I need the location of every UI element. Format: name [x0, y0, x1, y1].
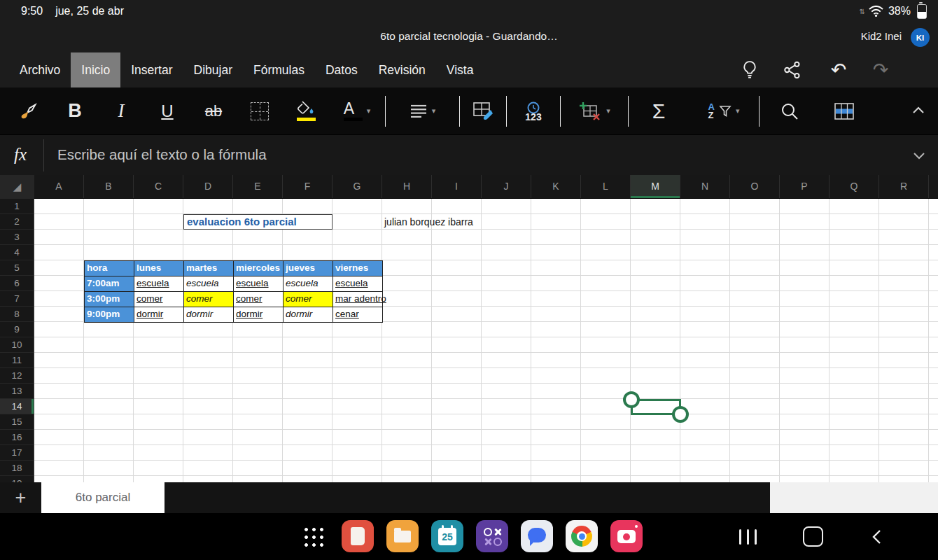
table-cell[interactable]: dormir	[184, 307, 234, 323]
column-header-P[interactable]: P	[780, 175, 830, 198]
camera-app-icon[interactable]	[610, 520, 643, 552]
search-icon[interactable]	[760, 88, 820, 134]
table-header-martes[interactable]: martes	[184, 261, 234, 276]
table-cell[interactable]: cenar	[333, 307, 383, 323]
table-cell[interactable]: escuela	[333, 276, 383, 292]
row-header-19[interactable]: 19	[0, 476, 34, 482]
recents-button[interactable]	[739, 529, 757, 545]
table-header-miercoles[interactable]: miercoles	[234, 261, 284, 276]
row-header-1[interactable]: 1	[0, 199, 34, 214]
table-cell[interactable]: dormir	[134, 307, 184, 323]
table-cell[interactable]: 7:00am	[85, 276, 134, 292]
table-cell[interactable]: comer	[134, 292, 184, 307]
cells-area[interactable]: evaluacion 6to parcial julian borquez ib…	[34, 199, 938, 482]
tab-revision[interactable]: Revisión	[368, 52, 436, 88]
fill-color-button[interactable]	[283, 88, 329, 134]
column-header-I[interactable]: I	[432, 175, 482, 198]
row-header-13[interactable]: 13	[0, 384, 34, 399]
table-cell[interactable]: mar adentro	[333, 292, 383, 307]
autosum-button[interactable]: Σ	[629, 88, 689, 134]
table-header-lunes[interactable]: lunes	[134, 261, 184, 276]
tab-datos[interactable]: Datos	[315, 52, 368, 88]
home-button[interactable]	[803, 526, 823, 547]
column-header-A[interactable]: A	[34, 175, 84, 198]
column-header-C[interactable]: C	[134, 175, 183, 198]
column-header-Q[interactable]: Q	[830, 175, 879, 198]
row-header-12[interactable]: 12	[0, 368, 34, 384]
column-header-R[interactable]: R	[879, 175, 929, 198]
column-header-D[interactable]: D	[183, 175, 233, 198]
formula-bar[interactable]: fx Escribe aquí el texto o la fórmula	[0, 134, 938, 176]
table-header-jueves[interactable]: jueves	[284, 261, 333, 276]
row-header-3[interactable]: 3	[0, 230, 34, 245]
undo-icon[interactable]: ↶	[825, 52, 853, 88]
tab-archivo[interactable]: Archivo	[9, 52, 71, 88]
row-header-11[interactable]: 11	[0, 353, 34, 368]
column-header-M[interactable]: M	[631, 175, 680, 198]
messages-app-icon[interactable]	[521, 520, 553, 552]
underline-button[interactable]: U	[144, 88, 190, 134]
expand-formula-bar-icon[interactable]	[910, 147, 928, 164]
table-cell[interactable]: escuela	[134, 276, 184, 292]
column-header-H[interactable]: H	[382, 175, 432, 198]
row-header-18[interactable]: 18	[0, 461, 34, 476]
formula-input[interactable]: Escribe aquí el texto o la fórmula	[57, 135, 267, 176]
column-header-B[interactable]: B	[84, 175, 134, 198]
selected-cell-m14[interactable]	[631, 399, 681, 415]
game-launcher-app-icon[interactable]	[476, 520, 508, 552]
borders-button[interactable]	[237, 88, 283, 134]
selection-handle-bottom-right[interactable]	[672, 406, 689, 423]
format-painter-icon[interactable]	[6, 88, 52, 134]
alignment-button[interactable]: ▾	[386, 88, 459, 134]
sort-filter-button[interactable]: A Z ▾	[689, 88, 759, 134]
strikethrough-button[interactable]: ab	[190, 88, 237, 134]
row-header-4[interactable]: 4	[0, 245, 34, 260]
column-header-K[interactable]: K	[531, 175, 581, 198]
table-header-hora[interactable]: hora	[85, 261, 134, 276]
freeze-panes-button[interactable]	[820, 88, 869, 134]
column-header-E[interactable]: E	[233, 175, 283, 198]
table-cell[interactable]: 3:00pm	[85, 292, 134, 307]
selection-handle-top-left[interactable]	[623, 391, 640, 408]
bold-button[interactable]: B	[52, 88, 98, 134]
sheet-tab-active[interactable]: 6to parcial	[41, 482, 164, 513]
column-header-L[interactable]: L	[581, 175, 631, 198]
table-cell[interactable]: dormir	[234, 307, 284, 323]
row-header-5[interactable]: 5	[0, 260, 34, 276]
row-header-16[interactable]: 16	[0, 430, 34, 445]
table-cell[interactable]: 9:00pm	[85, 307, 134, 323]
row-header-17[interactable]: 17	[0, 445, 34, 461]
font-color-button[interactable]: A ▾	[329, 88, 385, 134]
column-header-J[interactable]: J	[482, 175, 531, 198]
collapse-ribbon-icon[interactable]	[910, 103, 927, 118]
my-files-app-icon[interactable]	[386, 520, 419, 552]
tab-vista[interactable]: Vista	[436, 52, 484, 88]
row-header-10[interactable]: 10	[0, 337, 34, 353]
share-icon[interactable]	[783, 60, 811, 80]
table-cell[interactable]: comer	[234, 292, 284, 307]
calendar-app-icon[interactable]: 25	[431, 520, 463, 552]
sheetbar-scroll-area[interactable]	[770, 482, 938, 513]
back-button[interactable]	[869, 528, 885, 546]
cell-styles-button[interactable]	[460, 88, 506, 134]
table-cell[interactable]: comer	[284, 292, 333, 307]
tell-me-lightbulb-icon[interactable]	[741, 59, 769, 80]
column-header-O[interactable]: O	[730, 175, 780, 198]
row-header-9[interactable]: 9	[0, 322, 34, 337]
avatar[interactable]: KI	[911, 28, 930, 47]
insert-delete-cells-button[interactable]: ▾	[561, 88, 628, 134]
column-header-N[interactable]: N	[680, 175, 730, 198]
row-header-15[interactable]: 15	[0, 414, 34, 430]
chrome-app-icon[interactable]	[566, 520, 598, 552]
cell-h2-author[interactable]: julian borquez ibarra	[384, 214, 473, 230]
table-cell[interactable]: dormir	[284, 307, 333, 323]
column-header-F[interactable]: F	[283, 175, 332, 198]
select-all-corner[interactable]: ◢	[0, 175, 35, 200]
tab-inicio[interactable]: Inicio	[71, 52, 120, 88]
cell-d2-title[interactable]: evaluacion 6to parcial	[183, 214, 332, 230]
column-header-G[interactable]: G	[332, 175, 382, 198]
tab-insertar[interactable]: Insertar	[120, 52, 183, 88]
row-header-2[interactable]: 2	[0, 214, 34, 230]
table-cell[interactable]: escuela	[184, 276, 234, 292]
add-sheet-button[interactable]: +	[0, 482, 41, 513]
